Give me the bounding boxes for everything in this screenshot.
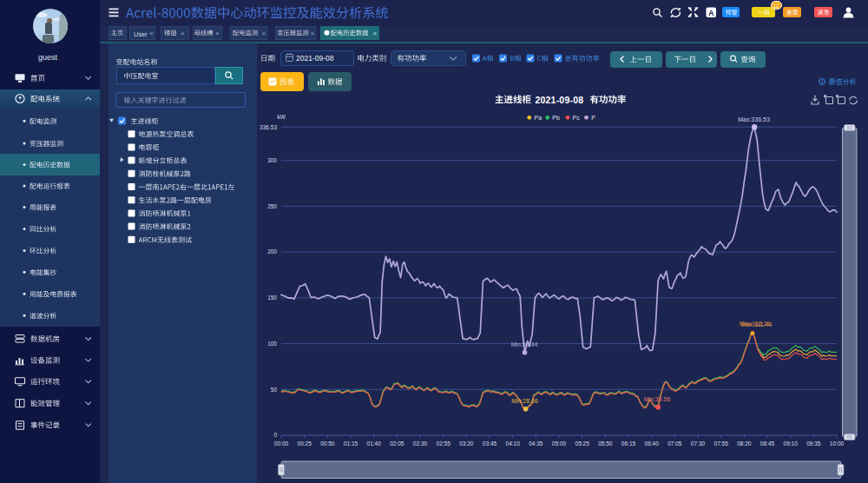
svg-text:01:15: 01:15 <box>344 440 358 447</box>
svg-text:Min:28.66: Min:28.66 <box>511 398 538 404</box>
svg-text:05:50: 05:50 <box>598 440 613 447</box>
svg-text:05:00: 05:00 <box>552 440 567 447</box>
svg-text:Pb: Pb <box>552 115 560 121</box>
svg-text:P: P <box>591 115 595 121</box>
svg-text:08:45: 08:45 <box>760 440 775 447</box>
svg-text:Max:336.53: Max:336.53 <box>738 116 770 122</box>
svg-text:Min:90.44: Min:90.44 <box>511 341 538 347</box>
svg-text:04:35: 04:35 <box>529 440 543 447</box>
svg-text:0: 0 <box>273 432 277 438</box>
svg-text:02:55: 02:55 <box>437 440 451 447</box>
svg-text:10:00: 10:00 <box>830 440 845 447</box>
svg-text:02:05: 02:05 <box>390 440 404 447</box>
svg-text:09:10: 09:10 <box>784 440 799 447</box>
svg-text:01:40: 01:40 <box>367 440 382 447</box>
svg-text:kW: kW <box>278 114 286 120</box>
svg-text:300: 300 <box>267 157 277 163</box>
svg-text:336.53: 336.53 <box>260 124 277 130</box>
svg-text:A: A <box>708 9 713 17</box>
svg-text:03:45: 03:45 <box>483 440 497 447</box>
svg-text:100: 100 <box>267 341 277 347</box>
svg-text:05:25: 05:25 <box>575 440 590 447</box>
svg-text:50: 50 <box>271 387 278 393</box>
svg-text:09:35: 09:35 <box>806 440 821 447</box>
svg-text:150: 150 <box>267 294 277 301</box>
svg-text:00:50: 00:50 <box>320 440 335 447</box>
svg-text:200: 200 <box>267 248 277 255</box>
svg-text:00:00: 00:00 <box>274 440 289 447</box>
svg-text:Min:30.56: Min:30.56 <box>644 396 671 402</box>
svg-text:Pc: Pc <box>573 115 581 121</box>
svg-text:06:40: 06:40 <box>645 440 660 447</box>
svg-text:06:15: 06:15 <box>621 440 636 447</box>
svg-text:Max:111.44: Max:111.44 <box>741 321 773 328</box>
svg-text:08:20: 08:20 <box>737 440 752 447</box>
svg-text:07:30: 07:30 <box>691 440 706 447</box>
svg-text:03:20: 03:20 <box>459 440 474 447</box>
svg-text:07:55: 07:55 <box>714 440 729 447</box>
svg-text:07:05: 07:05 <box>667 440 682 447</box>
svg-text:Pa: Pa <box>535 115 542 121</box>
svg-text:00:25: 00:25 <box>298 440 312 447</box>
svg-text:02:30: 02:30 <box>413 440 428 447</box>
svg-text:04:10: 04:10 <box>506 440 521 447</box>
svg-text:250: 250 <box>267 203 277 209</box>
